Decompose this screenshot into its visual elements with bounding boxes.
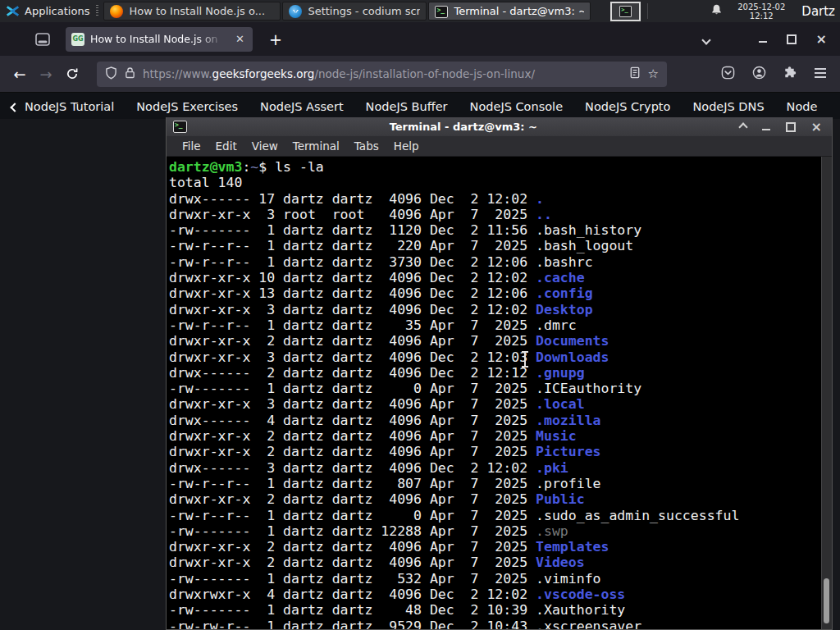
terminal-window-title: Terminal - dartz@vm3: ~ (187, 121, 740, 133)
nav-link[interactable]: NodeJS Assert (260, 100, 344, 113)
file-name: Documents (536, 333, 609, 349)
taskbar: How to Install Node.js o... Settings - c… (103, 0, 591, 22)
prompt-dollar: $ (258, 159, 275, 175)
nav-link[interactable]: NodeJS Console (470, 100, 564, 113)
terminal-menu-item[interactable]: Terminal (285, 139, 347, 153)
file-name: .swp (536, 523, 568, 539)
nav-link[interactable]: NodeJS Buffer (366, 100, 448, 113)
taskbar-button[interactable]: Terminal - dartz@vm3: ~ (428, 2, 591, 21)
pager-terminal-icon (619, 6, 632, 17)
file-row: -rw------- 1 dartz dartz 532 Apr 7 2025 … (169, 571, 832, 587)
nav-link[interactable]: NodeJS DNS (692, 100, 764, 113)
file-meta: drwxr-xr-x 3 dartz dartz 4096 Dec 2 12:0… (169, 349, 536, 365)
tab-close-icon[interactable]: ✕ (233, 33, 247, 45)
file-row: -rw------- 1 dartz dartz 12288 Apr 7 202… (169, 523, 832, 539)
firefox-view-icon[interactable] (31, 28, 54, 51)
taskbar-button[interactable]: Settings - codium script... (282, 2, 427, 21)
geeksforgeeks-favicon: GG (71, 33, 84, 46)
file-name: Templates (536, 539, 609, 555)
bookmark-star-icon[interactable]: ☆ (648, 66, 659, 81)
session-user-label[interactable]: Dartz (801, 4, 835, 19)
task-label: Settings - codium script... (308, 5, 420, 17)
url-domain: geeksforgeeks.org (212, 67, 315, 80)
file-row: drwxr-xr-x 2 dartz dartz 4096 Apr 7 2025… (169, 444, 832, 459)
panel-clock[interactable]: 2025-12-02 12:12 (737, 2, 785, 21)
terminal-menu-item[interactable]: Help (386, 139, 427, 153)
file-meta: -rw------- 1 dartz dartz 1120 Dec 2 11:5… (169, 222, 536, 238)
file-name: .local (536, 396, 585, 412)
task-label: How to Install Node.js o... (129, 5, 265, 17)
nav-link[interactable]: NodeJS Exercises (136, 100, 238, 113)
terminal-menu-item[interactable]: Tabs (347, 139, 386, 153)
task-app-icon (110, 5, 123, 18)
url-bar[interactable]: https://www.geeksforgeeks.org/node-js/in… (97, 62, 667, 87)
file-name: .gnupg (536, 365, 585, 381)
terminal-menu-item[interactable]: Edit (208, 139, 244, 153)
file-row: -rw-r--r-- 1 dartz dartz 220 Apr 7 2025 … (169, 238, 832, 253)
file-meta: drwx------ 17 dartz dartz 4096 Dec 2 12:… (169, 191, 536, 207)
terminal-scrollbar[interactable] (821, 157, 832, 629)
terminal-close-icon[interactable]: × (811, 121, 822, 133)
taskbar-button[interactable]: How to Install Node.js o... (103, 2, 281, 21)
window-maximize-icon[interactable] (787, 34, 797, 44)
new-tab-button[interactable]: + (262, 30, 289, 48)
list-all-tabs-icon[interactable] (700, 28, 713, 50)
scrollbar-thumb[interactable] (824, 578, 829, 623)
file-row: drwxrwxr-x 4 dartz dartz 4096 Dec 2 12:0… (169, 587, 832, 602)
url-scheme: https://www. (143, 67, 212, 80)
nav-link[interactable]: NodeJS Tutorial (25, 100, 114, 113)
file-row: drwxr-xr-x 3 dartz dartz 4096 Dec 2 12:0… (169, 349, 832, 365)
window-minimize-icon[interactable] (759, 41, 767, 43)
shield-icon[interactable] (105, 66, 117, 82)
nav-link[interactable]: Node (787, 100, 818, 113)
window-close-icon[interactable]: × (816, 34, 827, 45)
file-meta: -rw-r--r-- 1 dartz dartz 807 Apr 7 2025 (169, 476, 536, 491)
file-meta: drwx------ 4 dartz dartz 4096 Apr 7 2025 (169, 413, 536, 428)
terminal-minimize-icon[interactable] (762, 129, 770, 130)
reload-button[interactable] (59, 62, 85, 86)
extensions-icon[interactable] (783, 66, 797, 82)
terminal-output[interactable]: dartz@vm3:~$ ls -la total 140 drwx------… (167, 157, 832, 629)
file-name: .xscreensaver (536, 619, 641, 629)
file-row: drwxr-xr-x 2 dartz dartz 4096 Apr 7 2025… (169, 555, 832, 570)
shade-window-icon[interactable] (738, 122, 747, 131)
back-button[interactable]: ← (7, 62, 33, 86)
file-row: drwxr-xr-x 2 dartz dartz 4096 Apr 7 2025… (169, 539, 832, 555)
applications-menu-button[interactable]: Applications (0, 0, 95, 22)
reader-view-icon[interactable] (629, 66, 641, 81)
file-name: .mozilla (536, 413, 600, 428)
file-name: .sudo_as_admin_successful (536, 508, 739, 523)
nav-scroll-left-icon[interactable] (0, 100, 25, 113)
terminal-maximize-icon[interactable] (786, 122, 796, 132)
file-row: drwxr-xr-x 2 dartz dartz 4096 Apr 7 2025… (169, 491, 832, 507)
file-meta: drwxr-xr-x 2 dartz dartz 4096 Apr 7 2025 (169, 491, 536, 507)
browser-tab-active[interactable]: GG How to Install Node.js on ✕ (66, 27, 253, 52)
nav-link[interactable]: NodeJS Crypto (585, 100, 670, 113)
file-meta: -rw------- 1 dartz dartz 12288 Apr 7 202… (169, 523, 536, 539)
forward-button[interactable]: → (33, 62, 59, 86)
file-name: .pki (536, 460, 568, 476)
terminal-menu-item[interactable]: File (175, 139, 208, 153)
file-row: -rw------- 1 dartz dartz 48 Dec 2 10:39 … (169, 602, 832, 618)
notification-bell-icon[interactable] (710, 3, 723, 19)
menu-hamburger-icon[interactable] (814, 66, 827, 82)
file-meta: -rw------- 1 dartz dartz 532 Apr 7 2025 (169, 571, 536, 587)
url-text[interactable]: https://www.geeksforgeeks.org/node-js/in… (143, 67, 622, 80)
file-name: .bash_history (536, 222, 641, 238)
file-meta: drwxr-xr-x 2 dartz dartz 4096 Apr 7 2025 (169, 555, 536, 570)
file-name: Videos (536, 555, 585, 570)
workspace-pager[interactable] (610, 2, 641, 21)
panel-separator (647, 3, 648, 19)
terminal-title-bar[interactable]: Terminal - dartz@vm3: ~ × (167, 117, 832, 136)
file-row: -rw-r--r-- 1 dartz dartz 35 Apr 7 2025 .… (169, 317, 832, 333)
file-name: . (536, 191, 544, 207)
pocket-icon[interactable] (721, 66, 735, 83)
file-row: drwxr-xr-x 2 dartz dartz 4096 Apr 7 2025… (169, 333, 832, 349)
total-line: total 140 (169, 175, 832, 190)
file-meta: -rw-r--r-- 1 dartz dartz 220 Apr 7 2025 (169, 238, 536, 253)
file-row: -rw------- 1 dartz dartz 1120 Dec 2 11:5… (169, 222, 832, 238)
account-icon[interactable] (752, 66, 766, 83)
distro-logo-icon (6, 4, 20, 18)
terminal-menu-item[interactable]: View (244, 139, 285, 153)
lock-icon[interactable] (125, 66, 135, 81)
